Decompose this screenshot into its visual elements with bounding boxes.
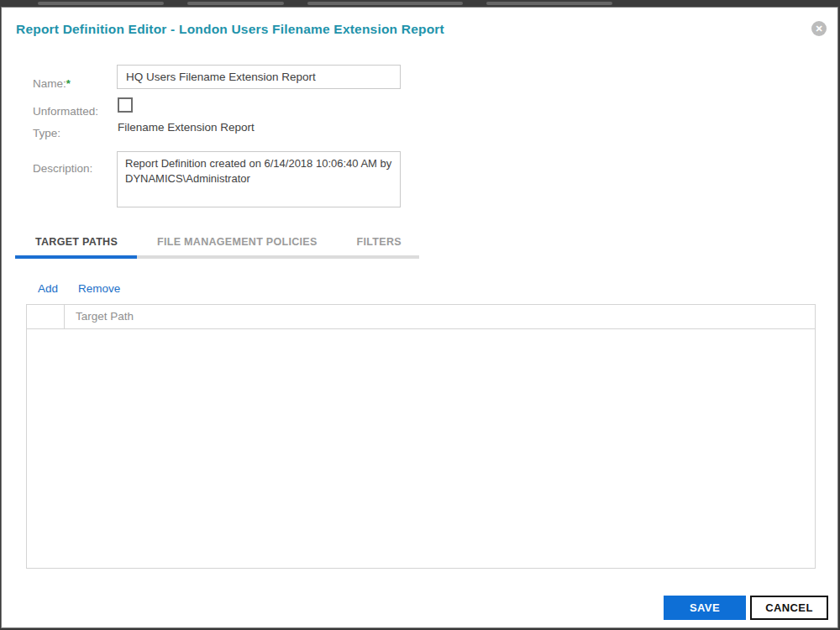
background-text-fragment [307,2,463,5]
tab-target-paths[interactable]: TARGET PATHS [35,236,118,248]
description-textarea[interactable]: Report Definition created on 6/14/2018 1… [117,151,401,207]
background-page-edge [0,0,840,7]
remove-link[interactable]: Remove [78,282,120,295]
tab-strip: TARGET PATHS FILE MANAGEMENT POLICIES FI… [35,236,402,248]
column-header-select [27,305,65,328]
type-label: Type: [33,127,60,139]
cancel-button[interactable]: CANCEL [750,596,828,620]
background-text-fragment [187,2,284,5]
name-label: Name:* [33,77,71,90]
target-paths-table: Target Path [26,304,816,569]
save-button[interactable]: SAVE [664,596,746,620]
name-input[interactable] [117,65,401,89]
dialog-title: Report Definition Editor - London Users … [16,22,444,37]
tab-file-management-policies[interactable]: FILE MANAGEMENT POLICIES [157,236,318,248]
required-marker: * [66,77,71,90]
background-text-fragment [38,2,164,5]
target-paths-toolbar: Add Remove [38,282,120,295]
close-button[interactable]: ✕ [811,21,827,36]
table-body-empty [27,329,815,569]
tab-underline [15,255,419,259]
unformatted-checkbox[interactable] [118,97,133,113]
close-icon: ✕ [815,24,822,33]
column-header-target-path: Target Path [65,305,815,328]
unformatted-label: Unformatted: [33,105,98,118]
active-tab-indicator [15,255,137,259]
description-label: Description: [33,162,92,175]
table-header-row: Target Path [27,305,815,329]
type-value: Filename Extension Report [118,121,255,134]
tab-filters[interactable]: FILTERS [357,236,402,248]
add-link[interactable]: Add [38,282,58,295]
background-text-fragment [486,2,612,5]
report-definition-editor-dialog: Report Definition Editor - London Users … [1,7,838,628]
